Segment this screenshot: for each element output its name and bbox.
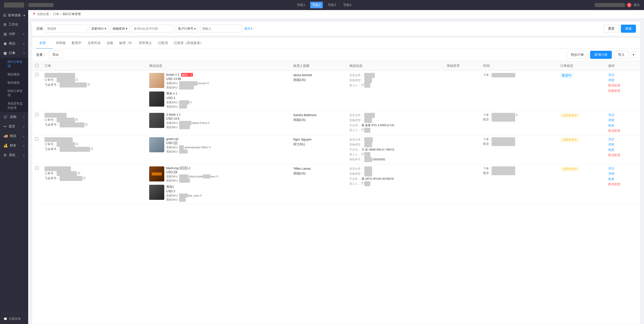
row2-country-code: 美国(US) [293, 118, 343, 122]
row4-sign-in: 签入人： 广███ [349, 181, 441, 186]
row2-tracking: 手运单： 通 速通 (PX) 4-0000-j3 CN [349, 123, 441, 128]
row3-batch-btn[interactable]: 批发 [608, 148, 637, 152]
row2-cancel-ship-btn[interactable]: 取消发货 [608, 129, 637, 133]
row1-detail-btn[interactable]: 详情 [608, 78, 637, 82]
tab-all-label: 全部 [39, 41, 46, 45]
row2-detail-btn[interactable]: 详情 [608, 118, 637, 122]
row1-refuse-ship-btn[interactable]: 拒购发货 [608, 89, 637, 93]
row3-follow-btn[interactable]: 关注 [608, 137, 637, 142]
row4-batch-btn[interactable]: 批发 [608, 177, 637, 181]
sidebar-submenu-logistics-rule[interactable]: 物流规则 [0, 79, 28, 87]
tab-cancelled[interactable]: 已取消 [155, 38, 171, 49]
tab-abnormal[interactable]: 异常终止 [136, 38, 155, 49]
shop-select[interactable] [45, 25, 87, 33]
tab-shortage[interactable]: 缺货 77 [116, 38, 136, 49]
notification-badge[interactable]: 8 [627, 3, 631, 7]
sidebar-submenu-b2b[interactable]: B2B订单管理 [0, 87, 28, 100]
row1-follow-btn[interactable]: 关注 [608, 73, 637, 77]
tab-shipping-label: 配货中 [72, 41, 82, 45]
row2-checkbox-cell [32, 111, 42, 135]
sidebar-item-finance[interactable]: 💰 财务 ▸ [0, 141, 28, 150]
top-nav-item-3[interactable]: 导航3 [326, 2, 338, 8]
row3-cancel-ship-btn[interactable]: 取消发货 [608, 153, 637, 157]
tab-shipped-other[interactable]: 已发货（其他渠道） [171, 38, 206, 49]
feedback-button[interactable]: 💬 问题反馈 [0, 313, 28, 324]
row2-actions-cell: 关注 详情 批发 取消发货 [605, 111, 640, 135]
sidebar-item-system[interactable]: ⚙ 系统 ▸ [0, 150, 28, 160]
tab-shipping[interactable]: 配货中 [69, 38, 85, 49]
sidebar-submenu-b2c[interactable]: B2C订单管理 [0, 58, 28, 70]
sync-orders-button[interactable]: 同步订单 [567, 51, 588, 59]
row1-recipient: alissa bennett [293, 73, 343, 78]
select-all-checkbox[interactable] [35, 64, 38, 67]
row1-product-img-2 [149, 91, 164, 107]
customer-order-label: 客户订单号 [178, 27, 193, 31]
sidebar-item-system-left: ⚙ 系统 [4, 153, 15, 157]
exact-query-select[interactable]: 精确查询 ▾ [110, 25, 130, 33]
row1-checkbox[interactable] [35, 73, 38, 76]
row4-detail-btn[interactable]: 详情 [608, 172, 637, 176]
tab-pending[interactable]: 待审核 [53, 38, 69, 49]
import-dropdown-icon[interactable]: ▾ [631, 52, 636, 58]
sidebar-submenu-monitor[interactable]: 系统异常监控处理 [0, 100, 28, 112]
row4-order-time: 下单：████████████ [483, 166, 554, 171]
sidebar-submenu-gift[interactable]: 赠品规则 [0, 70, 28, 79]
row1-sign-in: 签入人： 广███ [349, 83, 441, 88]
row1-country-code: 美国(US) [293, 78, 343, 82]
row2-product-name-1: 3 black x 1 [166, 113, 287, 116]
add-order-button[interactable]: 新增订单 [590, 51, 612, 59]
row3-checkbox[interactable] [35, 137, 38, 141]
sidebar-item-purchase[interactable]: 🛒 采购 ▸ [0, 112, 28, 122]
sidebar-item-analysis[interactable]: ▤ 分析 ▸ [0, 29, 28, 39]
sku-input[interactable] [134, 27, 172, 30]
top-nav-item-4[interactable]: 导航4 [341, 2, 353, 8]
row1-error-badge: 缺款：1 [181, 73, 193, 77]
tab-warehouse[interactable]: 仓库作业 [85, 38, 104, 49]
top-nav-item-2[interactable]: 导航2 [310, 2, 323, 8]
row4-status-badge: 仓库作业中 [560, 166, 579, 172]
import-button[interactable]: 导入 [614, 51, 629, 59]
search-button[interactable]: 搜索 [621, 25, 636, 33]
row2-checkbox[interactable] [35, 113, 38, 116]
sidebar-item-workbench[interactable]: ⊞ 工作台 [0, 20, 28, 29]
shop-input[interactable] [47, 27, 85, 30]
sidebar-item-products[interactable]: ▣ 商品 ▸ [0, 39, 28, 48]
reset-button[interactable]: 重置 [604, 25, 619, 33]
sidebar-item-orders[interactable]: ▦ 订单 ▾ [0, 48, 28, 58]
customer-order-select[interactable]: 客户订单号 ▾ [176, 25, 198, 33]
logout-button[interactable]: 退出 [633, 3, 640, 7]
row3-order-info: shopify: jo██████e 订单号：JH████-bu1 © 飞金单号… [45, 137, 143, 152]
sidebar-item-logistics[interactable]: 🚚 物流 ▸ [0, 131, 28, 141]
row1-cancel-ship-btn[interactable]: 取消发货 [608, 83, 637, 88]
customer-order-input[interactable] [202, 27, 240, 30]
row4-cancel-ship-btn[interactable]: 取消发货 [608, 182, 637, 187]
row4-logistics-cell: 发货仓库： ████ 货物类型： ████ [346, 164, 444, 204]
expand-label: 展开 [244, 27, 250, 31]
chevron-right-icon-2: ▸ [23, 42, 25, 45]
sidebar-submenu-orders: B2C订单管理 赠品规则 物流规则 B2B订单管理 系统异常监控处理 [0, 58, 28, 112]
top-nav-item-1[interactable]: 导航1 [295, 2, 307, 8]
row4-checkbox-cell [32, 164, 42, 204]
tab-all[interactable]: 全部 [36, 38, 53, 49]
sidebar-item-returns-left: ↩ 退货 [4, 124, 15, 129]
seller-sku-select[interactable]: 卖家SKU ▾ [89, 25, 108, 33]
sidebar-item-returns[interactable]: ↩ 退货 ▸ [0, 122, 28, 131]
table-header-row: 订单 商品信息 收货人国家 物流信息 审核异常 时间 订单状态 操作 [32, 61, 640, 71]
sidebar-menu-search[interactable]: ☰ 菜单搜索 ▾ [0, 10, 28, 20]
breadcrumb-orders[interactable]: 订单 [53, 12, 59, 16]
row2-follow-btn[interactable]: 关注 [608, 113, 637, 117]
sku-input-wrap[interactable] [132, 25, 174, 33]
row4-follow-btn[interactable]: 关注 [608, 166, 637, 171]
row4-checkbox[interactable] [35, 166, 38, 170]
row2-logistics: 发货仓库： ████令 货物类型： ████ [349, 113, 441, 133]
expand-filter-btn[interactable]: 展开 ▾ [244, 27, 252, 31]
chevron-right-icon-7: ▸ [23, 154, 25, 157]
row2-batch-btn[interactable]: 批发 [608, 123, 637, 128]
breadcrumb-current-label: 当前位置： [37, 12, 52, 16]
tab-transport[interactable]: 运输 [104, 38, 116, 49]
top-bar: 导航1 导航2 导航3 导航4 8 退出 [0, 0, 644, 10]
export-button[interactable]: 导出 [48, 51, 63, 59]
row4-product-img-1 [149, 166, 164, 181]
row3-detail-btn[interactable]: 详情 [608, 143, 637, 147]
customer-order-input-wrap[interactable] [200, 25, 242, 33]
